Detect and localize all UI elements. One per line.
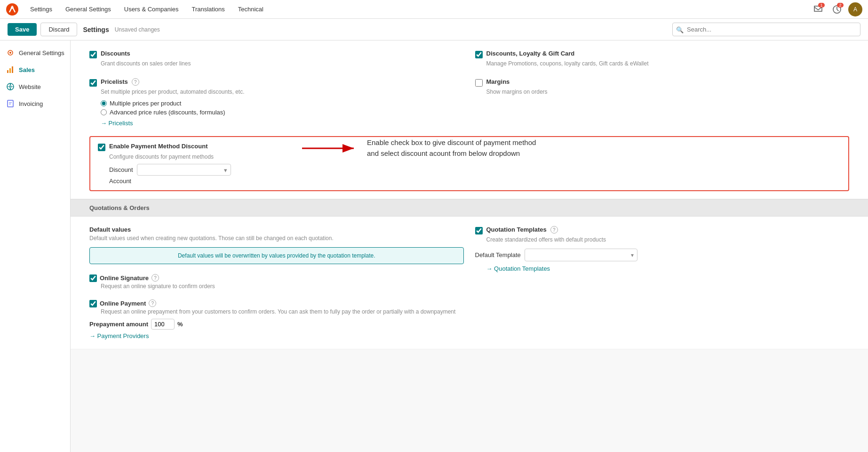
radio-multiple-prices-input[interactable] <box>101 100 107 106</box>
invoicing-icon <box>6 99 15 108</box>
discounts-setting: Discounts Grant discounts on sales order… <box>89 50 464 67</box>
radio-advanced-rules[interactable]: Advanced price rules (discounts, formula… <box>101 109 464 116</box>
main-layout: General Settings Sales <box>0 40 868 452</box>
payment-method-desc: Configure discounts for payment methods <box>109 153 214 160</box>
discard-button[interactable]: Discard <box>40 23 77 36</box>
pricelists-help-icon[interactable]: ? <box>132 78 139 86</box>
topbar-right: 1 2 A <box>811 2 862 17</box>
sidebar-label-website: Website <box>19 83 41 90</box>
nav-technical[interactable]: Technical <box>232 0 269 19</box>
radio-advanced-rules-input[interactable] <box>101 109 107 115</box>
margins-setting: Margins Show margins on orders <box>475 78 850 127</box>
quotation-templates-title: Quotation Templates <box>486 226 547 233</box>
account-label: Account <box>109 178 841 185</box>
toolbar: Save Discard Settings Unsaved changes 🔍 <box>0 19 868 40</box>
nav-settings[interactable]: Settings <box>24 0 58 19</box>
online-payment-item: Online Payment ? Request an online prepa… <box>89 299 464 339</box>
default-values-title: Default values <box>89 226 131 233</box>
topbar: Settings General Settings Users & Compan… <box>0 0 868 19</box>
discounts-checkbox[interactable] <box>89 51 97 58</box>
pricelists-checkbox[interactable] <box>89 79 97 87</box>
quotations-header-label: Quotations & Orders <box>89 204 150 211</box>
content-inner: Discounts Grant discounts on sales order… <box>71 40 868 349</box>
sidebar-item-invoicing[interactable]: Invoicing <box>0 95 70 112</box>
unsaved-indicator: Unsaved changes <box>115 26 160 33</box>
pricelists-radio-group: Multiple prices per product Advanced pri… <box>101 100 464 116</box>
search-icon: 🔍 <box>676 26 684 33</box>
quotation-templates-checkbox[interactable] <box>475 227 483 234</box>
nav-translations[interactable]: Translations <box>186 0 230 19</box>
prepayment-row: Prepayment amount % <box>89 319 464 330</box>
default-values-desc: Default values used when creating new qu… <box>89 235 464 242</box>
svg-point-1 <box>11 6 14 9</box>
payment-providers-link[interactable]: → Payment Providers <box>89 332 464 339</box>
discounts-desc: Grant discounts on sales order lines <box>101 60 464 67</box>
prepayment-input[interactable] <box>151 319 175 330</box>
loyalty-header: Discounts, Loyalty & Gift Card <box>475 50 850 58</box>
online-payment-desc: Request an online prepayment from your c… <box>101 308 464 315</box>
default-template-label: Default Template <box>475 251 521 258</box>
activity-badge: 2 <box>837 3 844 8</box>
gear-icon <box>6 48 15 57</box>
sidebar-item-sales[interactable]: Sales <box>0 61 70 78</box>
search-input[interactable] <box>672 23 860 36</box>
margins-header: Margins <box>475 78 850 87</box>
content-area: Discounts Grant discounts on sales order… <box>71 40 868 452</box>
online-signature-help-icon[interactable]: ? <box>151 274 159 282</box>
margins-checkbox[interactable] <box>475 79 483 87</box>
website-icon <box>6 82 15 91</box>
discount-select[interactable] <box>137 164 231 176</box>
search-wrap: 🔍 <box>672 23 860 36</box>
default-template-select[interactable] <box>525 249 637 261</box>
quotation-templates-link[interactable]: → Quotation Templates <box>486 265 850 272</box>
activity-button[interactable]: 2 <box>829 2 844 17</box>
discount-label: Discount <box>109 166 133 173</box>
online-payment-checkbox[interactable] <box>89 300 97 307</box>
nav-users-companies[interactable]: Users & Companies <box>119 0 184 19</box>
annotation-text: Enable check box to give discount of pay… <box>367 137 546 159</box>
margins-title: Margins <box>486 78 510 85</box>
quotation-templates-header: Quotation Templates ? <box>475 226 850 234</box>
sidebar-label-sales: Sales <box>19 66 35 73</box>
pricelists-title: Pricelists <box>101 78 128 85</box>
arrow-svg <box>302 138 363 159</box>
svg-rect-9 <box>8 100 13 107</box>
default-values-note: Default values will be overwritten by va… <box>89 247 464 264</box>
online-payment-title: Online Payment <box>100 300 146 307</box>
messages-button[interactable]: 1 <box>811 2 826 17</box>
app-logo <box>6 3 19 16</box>
loyalty-checkbox[interactable] <box>475 51 483 58</box>
loyalty-desc: Manage Promotions, coupons, loyalty card… <box>486 60 850 67</box>
pricelists-desc: Set multiple prices per product, automat… <box>101 89 464 95</box>
annotation: Enable check box to give discount of pay… <box>302 137 546 159</box>
loyalty-setting: Discounts, Loyalty & Gift Card Manage Pr… <box>475 50 850 67</box>
pricing-block: Discounts Grant discounts on sales order… <box>71 40 868 199</box>
save-button[interactable]: Save <box>8 23 37 36</box>
nav-general-settings[interactable]: General Settings <box>60 0 117 19</box>
svg-point-0 <box>6 3 18 16</box>
online-signature-title: Online Signature <box>100 274 149 282</box>
radio-multiple-prices[interactable]: Multiple prices per product <box>101 100 464 107</box>
online-signature-item: Online Signature ? Request an online sig… <box>89 274 464 290</box>
svg-rect-5 <box>7 70 8 73</box>
default-values-header: Default values <box>89 226 464 233</box>
sidebar-item-website[interactable]: Website <box>0 78 70 95</box>
payment-method-title: Enable Payment Method Discount <box>109 143 207 150</box>
radio-advanced-rules-label: Advanced price rules (discounts, formula… <box>110 109 225 116</box>
quotations-section-header: Quotations & Orders <box>71 199 868 217</box>
pricelists-setting: Pricelists ? Set multiple prices per pro… <box>89 78 464 127</box>
prepayment-label: Prepayment amount <box>89 321 148 328</box>
online-signature-checkbox[interactable] <box>89 274 97 282</box>
quotation-templates-help-icon[interactable]: ? <box>550 226 558 234</box>
pricelists-header: Pricelists ? <box>89 78 464 87</box>
quotations-grid: Default values Default values used when … <box>71 217 868 349</box>
svg-rect-6 <box>9 68 11 73</box>
online-signature-header: Online Signature ? <box>89 274 464 282</box>
sidebar-item-general[interactable]: General Settings <box>0 44 70 61</box>
online-payment-help-icon[interactable]: ? <box>149 299 156 307</box>
payment-method-checkbox[interactable] <box>98 144 105 151</box>
discount-row: Discount ▾ <box>109 164 841 176</box>
prepayment-unit: % <box>177 321 183 328</box>
pricelists-link[interactable]: → Pricelists <box>101 120 464 127</box>
user-avatar[interactable]: A <box>848 2 862 16</box>
